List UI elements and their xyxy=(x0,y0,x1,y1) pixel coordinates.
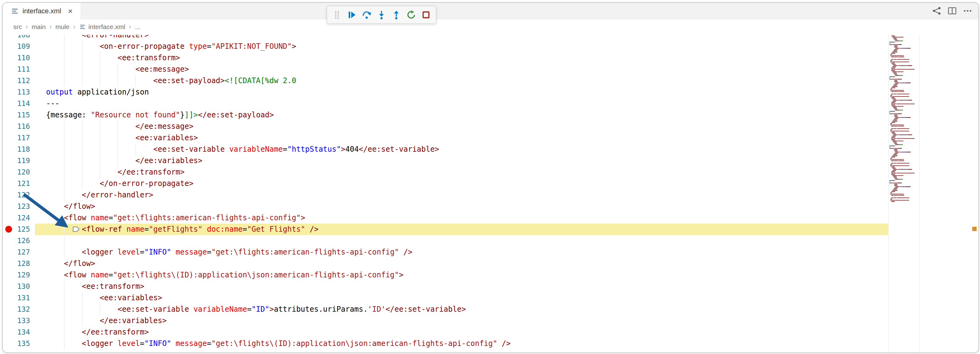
code-line[interactable]: 121 </on-error-propagate> xyxy=(3,178,978,189)
line-number[interactable]: 123 xyxy=(8,201,30,212)
code-line[interactable]: 114--- xyxy=(3,98,978,110)
code-line[interactable]: 135 <logger level="INFO" message="get:\f… xyxy=(3,338,978,349)
code-text[interactable]: <flow-ref name="getFlights" doc:name="Ge… xyxy=(46,224,318,235)
code-line[interactable]: 127 <logger level="INFO" message="get:\f… xyxy=(3,246,978,258)
code-line[interactable]: 131 <ee:variables> xyxy=(3,292,978,304)
close-icon[interactable]: × xyxy=(68,7,73,15)
breadcrumb-item-src[interactable]: src xyxy=(13,23,22,30)
line-number[interactable]: 118 xyxy=(8,144,30,155)
line-number[interactable]: 114 xyxy=(8,98,30,110)
code-text[interactable]: {message: "Resource not found"}]]></ee:s… xyxy=(46,110,274,121)
code-line[interactable]: 123 </flow> xyxy=(3,201,978,212)
code-text[interactable]: <on-error-propagate type="APIKIT:NOT_FOU… xyxy=(46,41,296,52)
code-text[interactable]: <ee:set-variable variableName="httpStatu… xyxy=(46,144,439,155)
breadcrumb-item-interface-xml[interactable]: interface.xml xyxy=(79,23,125,30)
code-line[interactable]: 110 <ee:transform> xyxy=(3,52,978,63)
code-text[interactable]: <ee:set-variable variableName="ID">attri… xyxy=(46,304,466,315)
more-actions-icon[interactable] xyxy=(963,6,972,16)
code-text[interactable]: --- xyxy=(46,98,59,110)
code-text[interactable]: <logger level="INFO" message="get:\fligh… xyxy=(46,338,511,349)
code-line[interactable]: 111 <ee:message> xyxy=(3,63,978,75)
code-text[interactable]: <ee:set-payload><![CDATA[%dw 2.0 xyxy=(46,75,296,86)
line-number[interactable]: 128 xyxy=(8,258,30,269)
code-line[interactable]: 124 <flow name="get:\flights:american-fl… xyxy=(3,212,978,224)
code-line[interactable]: 112 <ee:set-payload><![CDATA[%dw 2.0 xyxy=(3,75,978,86)
line-number[interactable]: 111 xyxy=(8,63,30,75)
code-line[interactable]: 113output application/json xyxy=(3,86,978,98)
line-number[interactable]: 132 xyxy=(8,304,30,315)
code-line[interactable]: 108 <error-handler> xyxy=(3,35,978,41)
code-line[interactable]: 126 xyxy=(3,235,978,246)
code-text[interactable]: </ee:variables> xyxy=(46,315,167,327)
code-text[interactable]: </ee:transform> xyxy=(46,167,185,178)
code-line[interactable]: 115{message: "Resource not found"}]]></e… xyxy=(3,110,978,121)
line-number[interactable]: 113 xyxy=(8,86,30,98)
minimap[interactable] xyxy=(888,35,920,352)
breadcrumb-item-main[interactable]: main xyxy=(32,23,46,30)
code-text[interactable]: </ee:variables> xyxy=(46,155,202,167)
flow-diagram-icon[interactable] xyxy=(932,6,941,16)
stop-button[interactable] xyxy=(420,9,432,21)
line-number[interactable]: 121 xyxy=(8,178,30,189)
code-line[interactable]: 134 </ee:transform> xyxy=(3,327,978,338)
line-number[interactable]: 124 xyxy=(8,212,30,224)
line-number[interactable]: 131 xyxy=(8,292,30,304)
line-number[interactable]: 112 xyxy=(8,75,30,86)
code-text[interactable]: <ee:transform> xyxy=(46,52,180,63)
code-line[interactable]: 118 <ee:set-variable variableName="httpS… xyxy=(3,144,978,155)
line-number[interactable]: 119 xyxy=(8,155,30,167)
step-into-button[interactable] xyxy=(375,9,388,21)
code-line[interactable]: 128 </flow> xyxy=(3,258,978,269)
code-text[interactable]: <logger level="INFO" message="get:\fligh… xyxy=(46,246,412,258)
code-text[interactable]: <ee:variables> xyxy=(46,292,162,304)
step-over-button[interactable] xyxy=(361,9,373,21)
code-text[interactable] xyxy=(46,235,82,246)
line-number[interactable]: 134 xyxy=(8,327,30,338)
code-text[interactable]: </error-handler> xyxy=(46,189,153,201)
line-number[interactable]: 126 xyxy=(8,235,30,246)
code-line[interactable]: 120 </ee:transform> xyxy=(3,167,978,178)
code-text[interactable]: </ee:message> xyxy=(46,121,194,132)
restart-button[interactable] xyxy=(405,9,417,21)
code-text[interactable]: </ee:transform> xyxy=(46,327,149,338)
code-text[interactable]: <ee:transform> xyxy=(46,281,144,292)
line-number[interactable]: 130 xyxy=(8,281,30,292)
line-number[interactable]: 135 xyxy=(8,338,30,349)
step-out-button[interactable] xyxy=(390,9,402,21)
code-line[interactable]: 129 <flow name="get:\flights\(ID):applic… xyxy=(3,269,978,281)
line-number[interactable]: 133 xyxy=(8,315,30,327)
code-text[interactable]: <ee:variables> xyxy=(46,132,198,144)
line-number[interactable]: 116 xyxy=(8,121,30,132)
code-text[interactable]: <ee:message> xyxy=(46,63,189,75)
code-line[interactable]: 117 <ee:variables> xyxy=(3,132,978,144)
code-line[interactable]: 116 </ee:message> xyxy=(3,121,978,132)
line-number[interactable]: 129 xyxy=(8,269,30,281)
line-number[interactable]: 125 xyxy=(8,224,30,235)
code-line[interactable]: 119 </ee:variables> xyxy=(3,155,978,167)
continue-button[interactable] xyxy=(346,9,358,21)
code-text[interactable]: </flow> xyxy=(46,258,95,269)
line-number[interactable]: 127 xyxy=(8,246,30,258)
line-number[interactable]: 109 xyxy=(8,41,30,52)
line-number[interactable]: 110 xyxy=(8,52,30,63)
code-line[interactable]: 122 </error-handler> xyxy=(3,189,978,201)
line-number[interactable]: 117 xyxy=(8,132,30,144)
tab-interface-xml[interactable]: interface.xml × xyxy=(3,3,81,19)
line-number[interactable]: 120 xyxy=(8,167,30,178)
code-line[interactable]: 125 <flow-ref name="getFlights" doc:name… xyxy=(3,224,978,235)
code-line[interactable]: 109 <on-error-propagate type="APIKIT:NOT… xyxy=(3,41,978,52)
code-line[interactable]: 130 <ee:transform> xyxy=(3,281,978,292)
line-number[interactable]: 122 xyxy=(8,189,30,201)
line-number[interactable]: 115 xyxy=(8,110,30,121)
overview-ruler-marker[interactable] xyxy=(972,227,977,231)
code-line[interactable]: 132 <ee:set-variable variableName="ID">a… xyxy=(3,304,978,315)
line-number[interactable]: 108 xyxy=(8,35,30,41)
editor[interactable]: 108 <error-handler>109 <on-error-propaga… xyxy=(3,35,978,352)
code-text[interactable]: <flow name="get:\flights:american-flight… xyxy=(46,212,305,224)
toolbar-drag-gripper[interactable] xyxy=(331,9,343,21)
code-text[interactable]: <error-handler> xyxy=(46,35,149,41)
split-editor-icon[interactable] xyxy=(948,6,957,16)
code-line[interactable]: 133 </ee:variables> xyxy=(3,315,978,327)
code-text[interactable]: output application/json xyxy=(46,86,149,98)
breadcrumb-item-mule[interactable]: mule xyxy=(55,23,70,30)
